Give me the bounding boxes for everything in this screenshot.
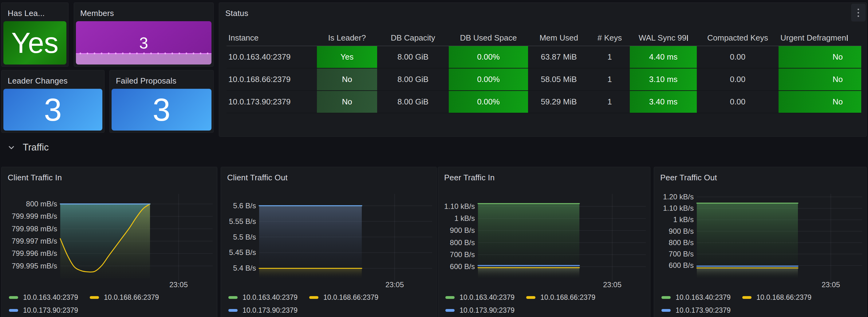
dashboard: Has Lea... Yes Members 3 Status Instance… [0,0,868,317]
legend-series-name: 10.0.163.40:2379 [460,293,515,302]
table-cell: No [779,68,861,90]
legend-item[interactable]: 10.0.168.66:2379 [309,291,378,304]
legend-series-name: 10.0.168.66:2379 [756,293,811,302]
chevron-down-icon [7,144,16,152]
table-cell: 0.00% [449,91,528,113]
table-cell: No [317,91,377,113]
column-header[interactable]: Urgent Defragmen [779,30,861,46]
y-axis-tick-label: 799.997 mB/s [2,236,57,246]
panel-peer-traffic-in: Peer Traffic In 1.10 kB/s1 kB/s900 B/s80… [438,167,650,317]
column-header[interactable]: Is Leader? [317,30,377,46]
table-cell: 0.00 [697,91,779,113]
table-cell: 63.87 MiB [528,46,590,68]
legend-series-name: 10.0.168.66:2379 [104,293,159,302]
legend-item[interactable]: 10.0.163.40:2379 [9,291,78,304]
legend-item[interactable]: 10.0.168.66:2379 [90,291,159,304]
row-toggle-traffic[interactable]: Traffic [7,141,49,154]
table-cell: 3.40 ms [630,91,697,113]
table-cell: 8.00 GiB [377,46,449,68]
legend-item[interactable]: 10.0.163.40:2379 [228,291,298,304]
table-cell: 10.0.168.66:2379 [226,68,317,90]
section-label: Traffic [23,142,49,153]
column-header[interactable]: # Keys [590,30,630,46]
legend-series-color [526,296,535,299]
legend-series-color [445,296,455,299]
kebab-menu-icon[interactable] [851,4,866,22]
column-header[interactable]: WAL Sync 99 [630,30,697,46]
column-header[interactable]: Mem Used [528,30,590,46]
legend-item[interactable]: 10.0.163.40:2379 [661,291,731,304]
y-axis-tick-label: 900 B/s [438,226,475,235]
column-header[interactable]: DB Capacity [377,30,449,46]
legend-series-color [9,309,18,312]
legend-series-color [661,309,671,312]
table-cell: 0.00% [449,46,528,68]
table-cell: 8.00 GiB [377,68,449,90]
table-cell: 59.29 MiB [528,91,590,113]
legend-item[interactable]: 10.0.173.90:2379 [661,304,731,316]
legend-series-color [9,296,18,299]
y-axis-tick-label: 5.45 B/s [221,248,256,257]
panel-title: Members [80,9,114,18]
clipped-glyph [687,35,688,41]
table-cell: 10.0.163.40:2379 [226,46,317,68]
legend-item[interactable]: 10.0.168.66:2379 [742,291,811,304]
table-cell: No [779,46,861,68]
legend-series-color [90,296,99,299]
x-axis-tick-label: 23:05 [370,280,419,289]
legend-series-name: 10.0.168.66:2379 [540,293,595,302]
legend-series-color [742,296,751,299]
legend-item[interactable]: 10.0.173.90:2379 [9,304,78,316]
y-axis-tick-label: 700 B/s [654,249,694,259]
table-cell: No [317,68,377,90]
table-cell: 58.05 MiB [528,68,590,90]
column-header[interactable]: Compacted Keys [697,30,779,46]
panel-client-traffic-in: Client Traffic In 800 mB/s799.999 mB/s79… [1,167,217,317]
y-axis-tick-label: 5.4 B/s [221,263,256,273]
y-axis-tick-label: 1.20 kB/s [654,192,694,201]
sparkline-points [77,52,212,55]
legend-series-name: 10.0.163.40:2379 [676,293,731,302]
legend-item[interactable]: 10.0.168.66:2379 [526,291,595,304]
panel-title: Leader Changes [8,76,68,86]
legend-item[interactable]: 10.0.173.90:2379 [228,304,298,316]
table-row: 10.0.168.66:2379No8.00 GiB0.00%58.05 MiB… [226,68,861,91]
table-cell: 1 [590,46,630,68]
legend-series-color [228,309,238,312]
status-table: InstanceIs Leader?DB CapacityDB Used Spa… [226,30,861,113]
y-axis-tick-label: 800 mB/s [2,199,57,209]
table-cell: 1 [590,68,630,90]
table-cell: 0.00 [697,68,779,90]
legend-series-name: 10.0.163.40:2379 [23,293,78,302]
y-axis-tick-label: 799.995 mB/s [2,261,57,271]
legend-series-color [661,296,671,299]
table-cell: 8.00 GiB [377,91,449,113]
panel-title: Failed Proposals [116,76,177,86]
panel-peer-traffic-out: Peer Traffic Out 1.20 kB/s1.10 kB/s1 kB/… [654,167,867,317]
y-axis-tick-label: 1 kB/s [654,215,694,224]
table-cell: Yes [317,46,377,68]
panel-title: Status [225,9,248,18]
table-row: 10.0.173.90:2379No8.00 GiB0.00%59.29 MiB… [226,91,861,113]
stat-value: 3 [153,92,170,128]
stat-value: 3 [44,92,62,128]
y-axis-tick-label: 800 B/s [438,238,475,247]
has-leader-stat-tile: Yes [3,21,66,64]
legend-item[interactable]: 10.0.173.90:2379 [445,304,515,316]
legend-series-color [228,296,238,299]
y-axis-tick-label: 1.10 kB/s [438,202,475,211]
x-axis-tick-label: 23:05 [588,280,637,289]
panel-leader-changes: Leader Changes 3 [1,70,104,133]
legend-item[interactable]: 10.0.163.40:2379 [445,291,515,304]
x-axis-tick-label: 23:05 [806,280,856,289]
legend-series-name: 10.0.168.66:2379 [323,293,378,302]
y-axis-tick-label: 5.55 B/s [221,217,256,226]
table-row: 10.0.163.40:2379Yes8.00 GiB0.00%63.87 Mi… [226,46,861,68]
leader-changes-stat-tile: 3 [3,89,102,131]
legend-series-name: 10.0.173.90:2379 [676,306,731,315]
clipped-glyph [847,35,848,41]
column-header[interactable]: Instance [226,30,317,46]
status-table-head: InstanceIs Leader?DB CapacityDB Used Spa… [226,30,861,46]
table-cell: 4.40 ms [630,46,697,68]
column-header[interactable]: DB Used Space [449,30,528,46]
